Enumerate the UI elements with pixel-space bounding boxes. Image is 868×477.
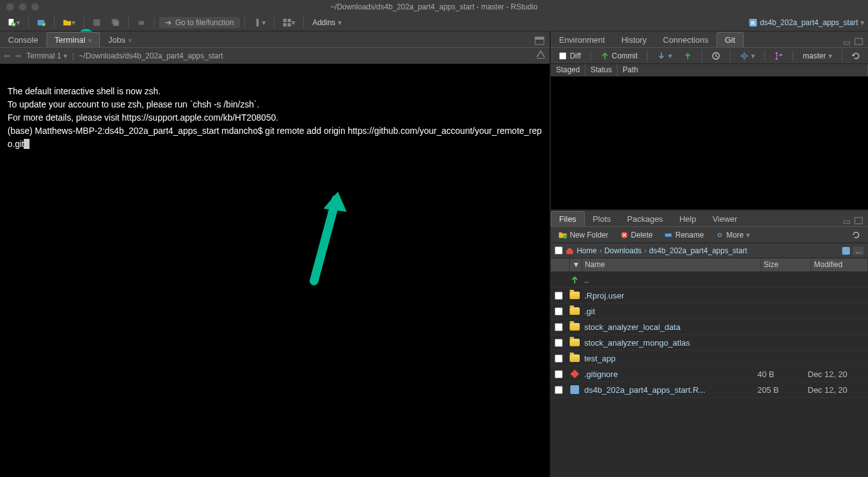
file-checkbox[interactable] <box>555 354 563 363</box>
window-title: ~/Downloads/ds4b_202a_part4_apps_start -… <box>330 3 538 11</box>
goto-file-function[interactable]: ➔ Go to file/function <box>159 17 240 28</box>
home-icon[interactable] <box>565 246 574 255</box>
git-header-staged[interactable]: Staged <box>551 64 585 76</box>
tab-terminal[interactable]: Terminal × <box>46 32 100 47</box>
minimize-pane-icon[interactable] <box>534 36 545 47</box>
git-diff-button[interactable]: Diff <box>555 50 585 62</box>
window-controls <box>0 3 39 11</box>
git-refresh-button[interactable] <box>848 50 864 62</box>
sort-indicator[interactable]: ▼ <box>570 258 582 271</box>
annotation-arrow <box>301 187 352 287</box>
git-branch-new-button[interactable] <box>771 50 787 62</box>
file-row[interactable]: .git <box>551 304 868 319</box>
terminal-cursor <box>24 139 30 149</box>
file-header-size[interactable]: Size <box>761 258 811 271</box>
clear-terminal-icon[interactable] <box>536 50 546 62</box>
file-checkbox[interactable] <box>555 339 563 347</box>
file-name[interactable]: .gitignore <box>584 370 757 379</box>
breadcrumb-home[interactable]: Home <box>577 246 597 255</box>
breadcrumb-downloads[interactable]: Downloads <box>604 246 641 255</box>
print-button[interactable] <box>133 16 149 30</box>
file-row[interactable]: stock_analyzer_local_data <box>551 319 868 335</box>
svg-rect-9 <box>283 18 286 21</box>
file-name[interactable]: test_app <box>584 354 757 363</box>
file-row[interactable]: ds4b_202a_part4_apps_start.R...205 BDec … <box>551 382 868 398</box>
tab-history[interactable]: History <box>613 32 654 47</box>
forward-arrow-icon[interactable]: ➡ <box>15 52 21 60</box>
tab-packages[interactable]: Packages <box>619 211 671 226</box>
close-window[interactable] <box>6 3 14 11</box>
breadcrumb-project[interactable]: ds4b_202a_part4_apps_start <box>649 246 747 255</box>
tab-git[interactable]: Git <box>717 32 744 47</box>
terminal-output[interactable]: The default interactive shell is now zsh… <box>0 64 550 477</box>
file-header-name[interactable]: Name <box>582 258 761 271</box>
git-more-button[interactable]: ▾ <box>736 50 759 62</box>
save-button[interactable] <box>89 16 105 30</box>
tab-connections[interactable]: Connections <box>655 32 717 47</box>
file-row[interactable]: stock_analyzer_mongo_atlas <box>551 335 868 351</box>
file-checkbox[interactable] <box>555 386 563 394</box>
git-header-status[interactable]: Status <box>585 64 617 76</box>
project-selector[interactable]: R ds4b_202a_part4_apps_start ▾ <box>749 18 864 27</box>
new-folder-button[interactable]: New Folder <box>555 229 612 241</box>
tab-viewer[interactable]: Viewer <box>704 211 746 226</box>
terminal-dropdown[interactable]: Terminal 1 ▾ <box>26 52 67 60</box>
file-header-modified[interactable]: Modified <box>811 258 868 271</box>
maximize-pane-icon[interactable] <box>854 217 863 226</box>
file-checkbox[interactable] <box>555 307 563 315</box>
file-row[interactable]: .gitignore40 BDec 12, 20 <box>551 366 868 382</box>
file-list: ...Rproj.user.gitstock_analyzer_local_da… <box>551 272 868 477</box>
new-file-button[interactable]: ▾ <box>4 16 24 30</box>
rproj-nav-icon[interactable] <box>842 246 850 255</box>
files-refresh-button[interactable] <box>848 229 864 241</box>
svg-rect-12 <box>288 23 291 26</box>
git-history-button[interactable] <box>708 50 724 62</box>
minimize-window[interactable] <box>19 3 26 11</box>
grid-button[interactable]: ▾ <box>279 16 299 30</box>
file-name[interactable]: stock_analyzer_mongo_atlas <box>584 338 757 348</box>
file-checkbox[interactable] <box>555 323 563 331</box>
tab-plots[interactable]: Plots <box>585 211 619 226</box>
maximize-window[interactable] <box>31 3 39 11</box>
file-name[interactable]: stock_analyzer_local_data <box>584 322 757 332</box>
lower-right-tabs: Files Plots Packages Help Viewer ▭ <box>551 211 868 227</box>
left-pane-tabs: Console Terminal × Jobs × <box>0 31 550 48</box>
tab-environment[interactable]: Environment <box>551 32 613 47</box>
open-folder-icon <box>63 18 72 27</box>
git-pull-button[interactable]: ▾ <box>653 50 676 62</box>
file-name[interactable]: .Rproj.user <box>584 291 757 300</box>
tab-files[interactable]: Files <box>551 211 584 226</box>
file-row[interactable]: .Rproj.user <box>551 288 868 304</box>
delete-button[interactable]: Delete <box>616 229 657 241</box>
git-header-path[interactable]: Path <box>617 64 868 76</box>
open-file-button[interactable]: ▾ <box>59 16 79 30</box>
git-branch-selector[interactable]: master ▾ <box>799 50 836 62</box>
maximize-pane-icon[interactable] <box>854 38 863 47</box>
tab-help[interactable]: Help <box>671 211 705 226</box>
minimize-pane-icon[interactable]: ▭ <box>843 38 850 47</box>
more-button[interactable]: More ▾ <box>712 229 754 241</box>
new-project-button[interactable] <box>33 16 50 30</box>
save-all-button[interactable] <box>107 16 124 30</box>
minimize-pane-icon[interactable]: ▭ <box>843 217 850 226</box>
file-checkbox[interactable] <box>555 292 563 300</box>
git-file-icon <box>570 369 580 379</box>
tools-button[interactable]: ▾ <box>249 16 269 30</box>
select-all-checkbox[interactable] <box>555 246 563 255</box>
git-push-button[interactable] <box>680 50 696 62</box>
rename-button[interactable]: Rename <box>660 229 707 241</box>
git-commit-button[interactable]: Commit <box>597 50 641 62</box>
file-row[interactable]: test_app <box>551 351 868 366</box>
tab-jobs[interactable]: Jobs × <box>100 32 140 47</box>
file-row[interactable]: .. <box>551 272 868 288</box>
file-checkbox[interactable] <box>555 370 563 378</box>
back-arrow-icon[interactable]: ⬅ <box>4 52 10 60</box>
close-icon[interactable]: × <box>88 36 92 44</box>
close-icon[interactable]: × <box>128 36 132 44</box>
file-name[interactable]: ds4b_202a_part4_apps_start.R... <box>584 385 757 395</box>
ellipsis-button[interactable]: ... <box>853 246 864 255</box>
file-name[interactable]: .. <box>584 275 757 285</box>
file-name[interactable]: .git <box>584 307 757 316</box>
tab-console[interactable]: Console <box>0 32 46 47</box>
addins-button[interactable]: Addins ▾ <box>308 16 345 30</box>
